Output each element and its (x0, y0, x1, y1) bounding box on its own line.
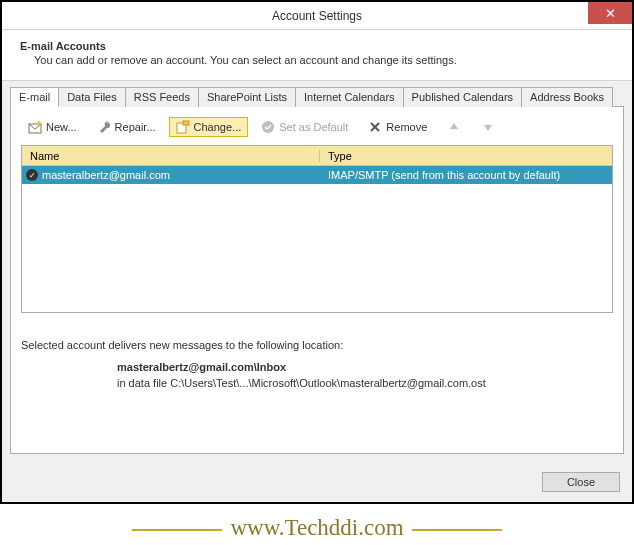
delivery-info: Selected account delivers new messages t… (21, 339, 613, 389)
footer: Close (2, 462, 632, 502)
remove-button[interactable]: Remove (361, 117, 434, 137)
repair-button[interactable]: Repair... (90, 117, 163, 137)
tab-internet-calendars[interactable]: Internet Calendars (295, 87, 404, 107)
new-label: New... (46, 121, 77, 133)
tab-panel-email: New... Repair... Change... (10, 106, 624, 454)
delivery-intro: Selected account delivers new messages t… (21, 339, 613, 351)
tab-published-calendars[interactable]: Published Calendars (403, 87, 523, 107)
svg-marker-8 (450, 123, 458, 129)
header-section: E-mail Accounts You can add or remove an… (2, 30, 632, 80)
column-header-type[interactable]: Type (320, 150, 612, 162)
default-check-icon: ✓ (26, 169, 38, 181)
window-title: Account Settings (272, 9, 362, 23)
set-default-label: Set as Default (279, 121, 348, 133)
delivery-datafile: in data file C:\Users\Test\...\Microsoft… (117, 377, 613, 389)
table-header: Name Type (22, 146, 612, 166)
titlebar: Account Settings ✕ (2, 2, 632, 30)
remove-label: Remove (386, 121, 427, 133)
column-header-name[interactable]: Name (22, 150, 320, 162)
table-row[interactable]: ✓ masteralbertz@gmail.com IMAP/SMTP (sen… (22, 166, 612, 184)
change-button[interactable]: Change... (169, 117, 249, 137)
arrow-up-icon (447, 120, 461, 134)
close-icon: ✕ (605, 6, 616, 21)
new-icon (28, 120, 42, 134)
change-icon (176, 120, 190, 134)
close-button[interactable]: Close (542, 472, 620, 492)
arrow-down-icon (481, 120, 495, 134)
accounts-table: Name Type ✓ masteralbertz@gmail.com IMAP… (21, 145, 613, 313)
tab-address-books[interactable]: Address Books (521, 87, 613, 107)
tab-row: E-mail Data Files RSS Feeds SharePoint L… (10, 87, 624, 107)
tab-data-files[interactable]: Data Files (58, 87, 126, 107)
repair-label: Repair... (115, 121, 156, 133)
svg-rect-4 (183, 121, 189, 125)
repair-icon (97, 120, 111, 134)
tab-sharepoint-lists[interactable]: SharePoint Lists (198, 87, 296, 107)
remove-icon (368, 120, 382, 134)
move-up-button (440, 117, 468, 137)
tab-email[interactable]: E-mail (10, 87, 59, 107)
svg-point-1 (37, 121, 41, 125)
header-description: You can add or remove an account. You ca… (34, 54, 614, 66)
account-name: masteralbertz@gmail.com (42, 169, 170, 181)
set-default-icon (261, 120, 275, 134)
cell-name: ✓ masteralbertz@gmail.com (22, 169, 320, 181)
delivery-location: masteralbertz@gmail.com\Inbox (117, 361, 613, 373)
header-title: E-mail Accounts (20, 40, 614, 52)
tab-rss-feeds[interactable]: RSS Feeds (125, 87, 199, 107)
change-label: Change... (194, 121, 242, 133)
body-section: E-mail Data Files RSS Feeds SharePoint L… (2, 80, 632, 462)
cell-type: IMAP/SMTP (send from this account by def… (320, 169, 612, 181)
toolbar: New... Repair... Change... (21, 115, 613, 145)
set-default-button: Set as Default (254, 117, 355, 137)
new-button[interactable]: New... (21, 117, 84, 137)
svg-marker-9 (484, 125, 492, 131)
watermark: www.Techddi.com (0, 515, 634, 541)
window-close-button[interactable]: ✕ (588, 2, 632, 24)
account-settings-window: Account Settings ✕ E-mail Accounts You c… (0, 0, 634, 504)
move-down-button (474, 117, 502, 137)
